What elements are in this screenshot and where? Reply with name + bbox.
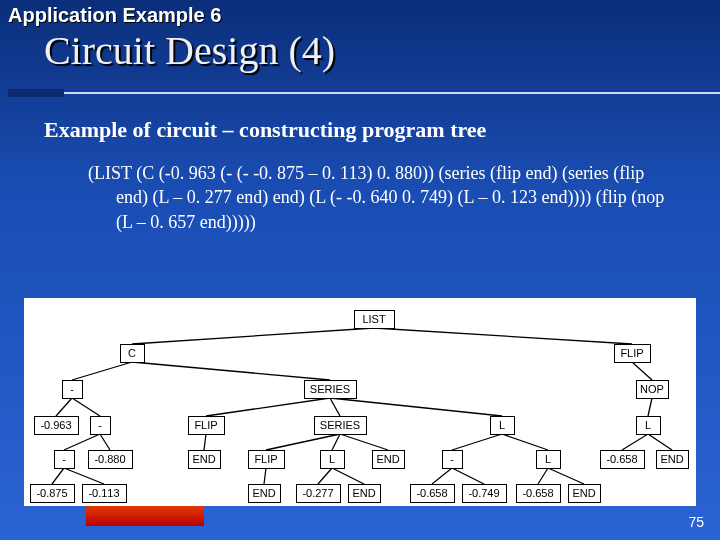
svg-text:SERIES: SERIES bbox=[320, 419, 360, 431]
tree-node: L bbox=[490, 416, 514, 434]
svg-line-21 bbox=[622, 434, 648, 450]
svg-text:END: END bbox=[252, 487, 275, 499]
svg-line-19 bbox=[452, 434, 502, 450]
svg-text:-0.658: -0.658 bbox=[606, 453, 637, 465]
svg-line-25 bbox=[264, 468, 266, 484]
svg-text:L: L bbox=[645, 419, 651, 431]
tree-node: - bbox=[62, 380, 82, 398]
tree-node: -0.658 bbox=[516, 484, 560, 502]
svg-line-17 bbox=[332, 434, 340, 450]
tree-node: -0.963 bbox=[34, 416, 78, 434]
svg-text:FLIP: FLIP bbox=[194, 419, 217, 431]
svg-text:NOP: NOP bbox=[640, 383, 664, 395]
svg-text:L: L bbox=[499, 419, 505, 431]
svg-text:END: END bbox=[660, 453, 683, 465]
slide-header: Application Example 6 Circuit Design (4) bbox=[0, 0, 720, 101]
title-divider bbox=[8, 83, 712, 101]
tree-node: END bbox=[656, 450, 688, 468]
tree-node: END bbox=[248, 484, 280, 502]
svg-line-28 bbox=[432, 468, 452, 484]
svg-line-8 bbox=[72, 398, 100, 416]
svg-text:L: L bbox=[545, 453, 551, 465]
tree-node: END bbox=[348, 484, 380, 502]
svg-text:-: - bbox=[62, 453, 66, 465]
subtitle-row: Example of circuit – constructing progra… bbox=[44, 117, 676, 143]
page-number: 75 bbox=[688, 514, 704, 530]
svg-text:-0.875: -0.875 bbox=[36, 487, 67, 499]
svg-line-24 bbox=[64, 468, 104, 484]
svg-text:-0.658: -0.658 bbox=[522, 487, 553, 499]
svg-text:-0.963: -0.963 bbox=[40, 419, 71, 431]
svg-text:-0.880: -0.880 bbox=[94, 453, 125, 465]
tree-node: NOP bbox=[636, 380, 668, 398]
svg-text:END: END bbox=[192, 453, 215, 465]
svg-text:-0.658: -0.658 bbox=[416, 487, 447, 499]
tree-node: FLIP bbox=[248, 450, 284, 468]
footer-accent-bar bbox=[86, 506, 204, 526]
svg-rect-0 bbox=[8, 89, 64, 97]
svg-line-12 bbox=[648, 398, 652, 416]
svg-line-29 bbox=[452, 468, 484, 484]
svg-text:END: END bbox=[376, 453, 399, 465]
tree-node: - bbox=[90, 416, 110, 434]
svg-text:FLIP: FLIP bbox=[620, 347, 643, 359]
svg-text:FLIP: FLIP bbox=[254, 453, 277, 465]
tree-node: END bbox=[372, 450, 404, 468]
svg-text:L: L bbox=[329, 453, 335, 465]
tree-diagram: LISTCFLIP-SERIESNOP-0.963-FLIPSERIESLL--… bbox=[24, 298, 696, 506]
svg-text:-0.113: -0.113 bbox=[88, 487, 119, 499]
tree-node: FLIP bbox=[188, 416, 224, 434]
svg-line-20 bbox=[502, 434, 548, 450]
svg-line-30 bbox=[538, 468, 548, 484]
svg-text:-: - bbox=[450, 453, 454, 465]
svg-rect-1 bbox=[64, 92, 720, 94]
tree-node: LIST bbox=[354, 310, 394, 328]
svg-line-22 bbox=[648, 434, 672, 450]
svg-line-13 bbox=[64, 434, 100, 450]
tree-node: SERIES bbox=[314, 416, 366, 434]
tree-node: -0.658 bbox=[600, 450, 644, 468]
svg-line-5 bbox=[132, 362, 330, 380]
tree-node: -0.749 bbox=[462, 484, 506, 502]
svg-line-18 bbox=[340, 434, 388, 450]
svg-line-9 bbox=[206, 398, 330, 416]
tree-node: - bbox=[442, 450, 462, 468]
tree-node: - bbox=[54, 450, 74, 468]
tree-node: SERIES bbox=[304, 380, 356, 398]
svg-line-4 bbox=[72, 362, 132, 380]
svg-text:-0.749: -0.749 bbox=[468, 487, 499, 499]
svg-line-15 bbox=[204, 434, 206, 450]
tree-node: L bbox=[636, 416, 660, 434]
svg-line-2 bbox=[132, 328, 374, 344]
tree-node: FLIP bbox=[614, 344, 650, 362]
s-expression: (LIST (C (-0. 963 (- (- -0. 875 – 0. 113… bbox=[88, 161, 676, 234]
slide: Application Example 6 Circuit Design (4)… bbox=[0, 0, 720, 540]
svg-text:SERIES: SERIES bbox=[310, 383, 350, 395]
svg-text:-: - bbox=[70, 383, 74, 395]
tree-node: -0.658 bbox=[410, 484, 454, 502]
svg-line-27 bbox=[332, 468, 364, 484]
tree-node: -0.113 bbox=[82, 484, 126, 502]
svg-line-14 bbox=[100, 434, 110, 450]
svg-text:LIST: LIST bbox=[362, 313, 386, 325]
tree-node: END bbox=[568, 484, 600, 502]
svg-text:END: END bbox=[352, 487, 375, 499]
svg-line-10 bbox=[330, 398, 340, 416]
tree-node: L bbox=[536, 450, 560, 468]
tree-node: END bbox=[188, 450, 220, 468]
svg-line-11 bbox=[330, 398, 502, 416]
svg-text:C: C bbox=[128, 347, 136, 359]
svg-line-6 bbox=[632, 362, 652, 380]
svg-line-26 bbox=[318, 468, 332, 484]
tree-node: -0.880 bbox=[88, 450, 132, 468]
kicker-text: Application Example 6 bbox=[8, 4, 712, 27]
svg-line-23 bbox=[52, 468, 64, 484]
svg-line-7 bbox=[56, 398, 72, 416]
svg-line-3 bbox=[374, 328, 632, 344]
svg-text:-: - bbox=[98, 419, 102, 431]
tree-node: C bbox=[120, 344, 144, 362]
tree-node: -0.875 bbox=[30, 484, 74, 502]
svg-line-31 bbox=[548, 468, 584, 484]
tree-node: L bbox=[320, 450, 344, 468]
slide-title: Circuit Design (4) bbox=[44, 29, 712, 73]
